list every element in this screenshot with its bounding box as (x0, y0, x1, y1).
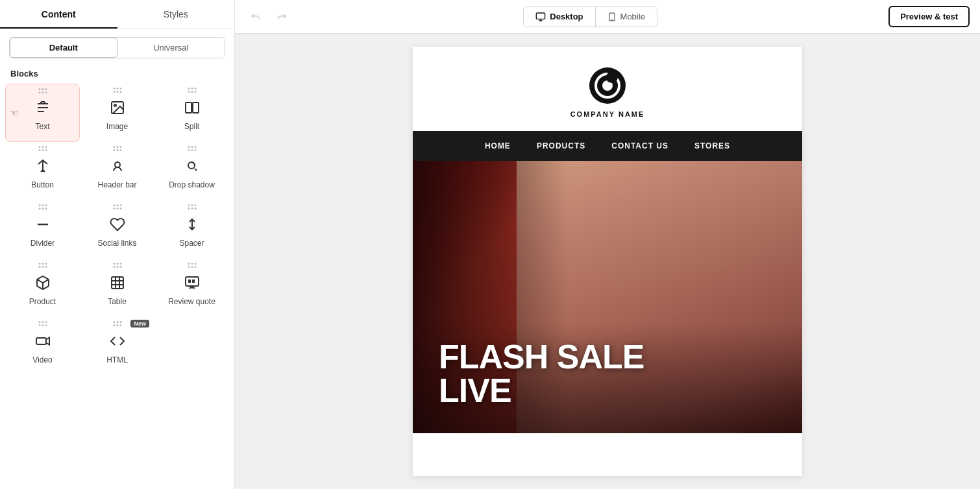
block-social-links-label: Social links (97, 239, 136, 248)
block-table[interactable]: Table (80, 259, 154, 317)
redo-button[interactable] (271, 6, 292, 27)
button-icon (32, 156, 53, 176)
blocks-section-title: Blocks (0, 66, 234, 84)
drag-handle (113, 146, 121, 151)
email-hero: FLASH SALE LIVE (413, 161, 802, 433)
table-icon (107, 272, 128, 293)
block-product[interactable]: Product (5, 259, 80, 317)
drag-handle (113, 88, 121, 93)
hero-live: LIVE (439, 374, 644, 407)
tab-styles[interactable]: Styles (117, 0, 235, 29)
drag-handle (188, 263, 196, 268)
drag-handle (113, 204, 121, 209)
top-bar-left (245, 6, 292, 27)
editor-tabs: Content Styles (0, 0, 234, 29)
block-html[interactable]: New HTML (80, 317, 154, 376)
spacer-icon (182, 214, 202, 235)
block-divider[interactable]: Divider (5, 200, 80, 259)
drag-handle (38, 263, 47, 268)
drag-handle (188, 88, 196, 93)
hero-text: FLASH SALE LIVE (439, 340, 644, 407)
drag-handle (38, 146, 47, 151)
block-product-label: Product (29, 297, 56, 306)
device-toggle: Desktop Mobile (523, 6, 657, 27)
block-spacer[interactable]: Spacer (154, 200, 229, 259)
nav-home: HOME (485, 141, 511, 150)
nav-stores: STORES (694, 141, 730, 150)
svg-rect-3 (193, 102, 199, 113)
drag-handle (38, 204, 47, 209)
text-icon (32, 97, 53, 118)
hero-flash-sale: FLASH SALE (439, 340, 644, 374)
block-drop-shadow[interactable]: Drop shadow (154, 142, 229, 200)
review-quote-icon (182, 272, 202, 293)
svg-point-27 (607, 76, 613, 82)
split-icon (182, 97, 202, 118)
block-review-quote-label: Review quote (168, 297, 215, 306)
drag-handle (113, 321, 121, 326)
drag-handle (38, 88, 47, 93)
cursor-hand-icon: ☜ (10, 107, 19, 119)
block-social-links[interactable]: Social links (80, 200, 154, 259)
block-split[interactable]: Split (154, 84, 229, 142)
drag-handle (113, 263, 121, 268)
top-bar: Desktop Mobile Preview & test (235, 0, 980, 34)
block-table-label: Table (108, 297, 127, 306)
block-image-label: Image (106, 122, 128, 131)
nav-contact: CONTACT US (611, 141, 668, 150)
svg-rect-17 (537, 13, 545, 19)
svg-point-4 (115, 162, 120, 167)
block-text[interactable]: ☜ Text (5, 84, 80, 142)
block-image[interactable]: Image (80, 84, 154, 142)
html-icon (107, 331, 128, 352)
drag-handle (38, 321, 47, 326)
block-header-bar[interactable]: Header bar (80, 142, 154, 200)
social-links-icon (107, 214, 128, 235)
block-button[interactable]: Button (5, 142, 80, 200)
drag-handle (188, 146, 196, 151)
tab-content[interactable]: Content (0, 0, 117, 29)
block-text-label: Text (35, 122, 49, 131)
blocks-grid: ☜ Text (0, 84, 234, 376)
company-name: COMPANY NAME (570, 110, 645, 118)
email-nav-bar: HOME PRODUCTS CONTACT US STORES (413, 131, 802, 161)
mobile-button[interactable]: Mobile (596, 7, 657, 27)
block-divider-label: Divider (31, 239, 55, 248)
company-logo (588, 66, 627, 105)
block-video[interactable]: Video (5, 317, 80, 376)
canvas-area: COMPANY NAME HOME PRODUCTS CONTACT US ST… (235, 34, 980, 489)
drop-shadow-icon (182, 156, 202, 176)
block-review-quote[interactable]: Review quote (154, 259, 229, 317)
block-video-label: Video (32, 355, 52, 364)
scope-toggle: Default Universal (9, 37, 225, 58)
block-header-bar-label: Header bar (97, 180, 136, 189)
drag-handle (188, 204, 196, 209)
svg-rect-9 (112, 277, 123, 289)
image-icon (107, 97, 128, 118)
product-icon (32, 272, 53, 293)
main-area: Desktop Mobile Preview & test (235, 0, 980, 489)
video-icon (32, 331, 53, 352)
email-canvas: COMPANY NAME HOME PRODUCTS CONTACT US ST… (413, 47, 802, 476)
new-badge: New (130, 320, 149, 328)
svg-point-1 (114, 104, 116, 106)
email-header: COMPANY NAME (413, 47, 802, 131)
divider-icon (32, 214, 53, 235)
nav-products: PRODUCTS (537, 141, 585, 150)
svg-rect-16 (36, 338, 46, 344)
desktop-button[interactable]: Desktop (524, 7, 594, 27)
block-drop-shadow-label: Drop shadow (169, 180, 215, 189)
desktop-label: Desktop (550, 12, 583, 21)
svg-rect-2 (186, 102, 191, 113)
block-button-label: Button (31, 180, 54, 189)
left-panel: Content Styles Default Universal Blocks … (0, 0, 235, 489)
preview-button[interactable]: Preview & test (888, 6, 970, 27)
block-html-label: HTML (106, 355, 128, 364)
scope-universal[interactable]: Universal (117, 38, 225, 58)
header-bar-icon (107, 156, 128, 176)
block-split-label: Split (184, 122, 199, 131)
mobile-label: Mobile (620, 12, 645, 21)
undo-button[interactable] (245, 6, 266, 27)
scope-default[interactable]: Default (10, 38, 117, 58)
block-spacer-label: Spacer (179, 239, 204, 248)
